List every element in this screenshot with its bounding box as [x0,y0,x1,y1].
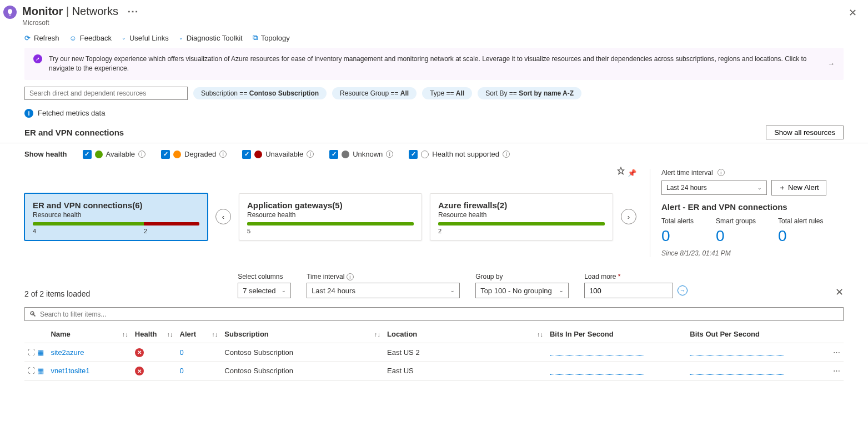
bits-out-sparkline [690,348,784,356]
alert-interval-select[interactable]: Last 24 hours⌄ [661,181,767,195]
time-interval-label: Time interval i [307,273,460,281]
info-icon[interactable]: i [718,169,725,176]
subscription-cell: Contoso Subscription [221,362,384,380]
health-bar [247,222,414,225]
new-alert-button[interactable]: ＋New Alert [771,180,826,196]
health-unsupported-checkbox[interactable]: Health not supportedi [409,150,510,159]
pin-icon[interactable]: 📌 [616,167,636,177]
time-interval-dropdown[interactable]: Last 24 hours⌄ [307,283,460,298]
col-subscription[interactable]: Subscription [224,330,268,338]
filter-items-input[interactable] [40,310,839,318]
vnet-icon: ▦ [37,367,44,375]
refresh-button[interactable]: ⟳Refresh [24,34,59,42]
sort-icon[interactable]: ↑↓ [212,331,218,338]
col-alert[interactable]: Alert [180,330,197,338]
chevron-down-icon: ⌄ [559,288,564,293]
health-bar [33,222,199,225]
health-bar-labels: 42 [33,228,199,234]
col-bits-out[interactable]: Bits Out Per Second [690,330,760,338]
row-more-icon[interactable]: ⋯ [827,362,844,380]
chevron-left-icon: ‹ [222,213,224,221]
type-filter-pill[interactable]: Type == All [422,87,472,99]
card-subtitle: Resource health [438,211,605,219]
topology-icon: ⧉ [253,33,258,42]
connection-icon: ⛶ [28,348,35,357]
group-by-dropdown[interactable]: Top 100 - No grouping⌄ [475,283,569,298]
carousel-prev-button[interactable]: ‹ [215,209,231,224]
info-icon[interactable]: i [307,151,314,158]
topology-banner[interactable]: Try our new Topology experience which of… [24,48,844,80]
info-icon[interactable]: i [219,151,227,158]
page-title: Monitor [22,5,63,17]
metric-value[interactable]: 0 [778,227,823,245]
unknown-dot-icon [342,151,349,158]
connection-icon: ⛶ [28,367,35,375]
alert-count-link[interactable]: 0 [180,348,184,357]
carousel-next-button[interactable]: › [621,209,636,224]
resource-link[interactable]: vnet1tosite1 [51,367,89,375]
topology-button[interactable]: ⧉Topology [253,33,290,42]
col-name[interactable]: Name [51,330,70,338]
select-columns-dropdown[interactable]: 7 selected⌄ [238,283,291,298]
resource-card[interactable]: ER and VPN connections(6)Resource health… [24,193,208,240]
page-subtitle: Networks [72,5,118,17]
health-unknown-checkbox[interactable]: Unknowni [329,150,393,159]
arrow-right-icon[interactable]: → [827,59,835,68]
alert-count-link[interactable]: 0 [180,367,184,375]
sort-icon[interactable]: ↑↓ [374,331,380,338]
sort-icon[interactable]: ↑↓ [537,331,543,338]
chevron-down-icon: ⌄ [757,185,762,191]
info-icon[interactable]: i [386,151,393,158]
row-more-icon[interactable]: ⋯ [827,343,844,362]
resource-link[interactable]: site2azure [51,348,84,357]
load-more-label: Load more * [584,273,688,280]
info-icon[interactable]: i [503,151,510,158]
sort-icon[interactable]: ↑↓ [122,331,128,338]
resource-group-filter-pill[interactable]: Resource Group == All [332,87,417,99]
vnet-icon: ▦ [37,348,44,357]
vendor-label: Microsoft [22,19,846,27]
load-more-submit-icon[interactable]: → [678,285,688,295]
col-location[interactable]: Location [387,330,417,338]
chevron-right-icon: › [628,213,630,221]
show-all-resources-button[interactable]: Show all resources [766,126,844,139]
health-degraded-checkbox[interactable]: Degradedi [161,150,227,159]
subscription-filter-pill[interactable]: Subscription == Contoso Subscription [193,87,327,99]
info-text: Fetched metrics data [38,109,105,117]
col-health[interactable]: Health [135,330,157,338]
chevron-down-icon: ⌄ [450,288,455,293]
metric-value[interactable]: 0 [716,227,756,245]
load-more-input[interactable] [584,283,673,298]
unsupported-dot-icon [421,151,429,158]
diagnostic-toolkit-button[interactable]: ⌄Diagnostic Toolkit [179,34,243,42]
chevron-down-icon: ⌄ [179,35,183,41]
alert-since-label: Since 8/1/23, 01:41 PM [661,249,844,257]
subscription-cell: Contoso Subscription [221,343,384,362]
more-actions-icon[interactable]: ⋯ [127,5,138,17]
useful-links-button[interactable]: ⌄Useful Links [122,34,169,42]
bits-out-sparkline [690,367,784,375]
select-columns-label: Select columns [238,273,291,280]
info-icon[interactable]: i [347,273,354,280]
resource-card[interactable]: Azure firewalls(2)Resource health2 [430,193,613,240]
health-unavailable-checkbox[interactable]: Unavailablei [242,150,314,159]
health-bar-labels: 2 [438,228,605,234]
close-table-icon[interactable]: ✕ [835,286,844,298]
sort-icon[interactable]: ↑↓ [167,331,173,338]
resource-card[interactable]: Application gateways(5)Resource health5 [239,193,422,240]
info-icon[interactable]: i [138,151,145,158]
degraded-dot-icon [173,151,181,158]
unavailable-dot-icon [254,151,262,158]
feedback-button[interactable]: ☺Feedback [69,34,112,42]
alert-interval-label: Alert time interval [661,169,713,177]
card-title: Application gateways(5) [247,201,414,210]
group-by-label: Group by [475,273,569,280]
bits-in-sparkline [550,348,644,356]
close-icon[interactable]: ✕ [846,4,859,21]
col-bits-in[interactable]: Bits In Per Second [550,330,614,338]
health-available-checkbox[interactable]: Availablei [83,150,146,159]
sort-filter-pill[interactable]: Sort By == Sort by name A-Z [478,87,581,99]
metric-value[interactable]: 0 [661,227,694,245]
search-resources-input[interactable] [24,87,188,100]
plus-icon: ＋ [779,183,786,193]
